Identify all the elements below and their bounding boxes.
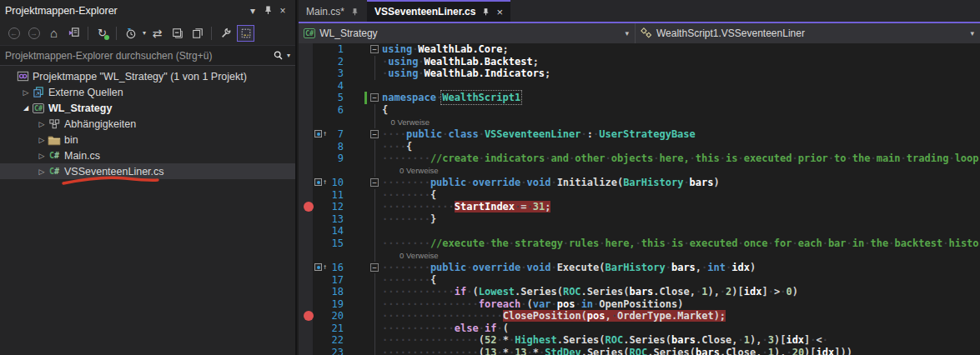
code-text[interactable]: ·using·WealthLab.Backtest; xyxy=(380,56,539,68)
search-icon[interactable] xyxy=(271,48,286,63)
tab-vsseventeenliner-cs[interactable]: VSSeventeenLiner.cs × xyxy=(367,0,510,22)
glyph-margin[interactable] xyxy=(299,104,330,117)
fold-toggle[interactable]: − xyxy=(369,262,380,274)
glyph-margin[interactable] xyxy=(299,322,330,335)
switch-views-icon[interactable] xyxy=(65,25,83,42)
code-text[interactable]: ········public·override·void·Execute(Bar… xyxy=(380,262,756,273)
code-text[interactable]: ················(52·*·Highest.Series(ROC… xyxy=(380,334,828,346)
codelens-row[interactable]: 0 Verweise xyxy=(299,164,980,177)
code-line-15[interactable]: 15········//execute·the·strategy·rules·h… xyxy=(299,238,980,250)
filter-chevron-down-icon[interactable]: ▾ xyxy=(143,29,146,37)
sync-with-active-document-icon[interactable]: ⇄ xyxy=(148,25,166,42)
collapsed-expander-icon[interactable]: ▷ xyxy=(21,88,31,97)
glyph-margin[interactable] xyxy=(299,68,330,80)
tree-item-externe-quellen[interactable]: ▷Externe Quellen xyxy=(0,84,295,100)
code-editor[interactable]: 1−using·WealthLab.Core;2·using·WealthLab… xyxy=(299,43,980,355)
tab-main-cs[interactable]: Main.cs* xyxy=(299,2,367,22)
code-text[interactable]: ············StartIndex·=·31; xyxy=(380,201,550,212)
codelens-text[interactable]: 0 Verweise xyxy=(380,118,430,127)
glyph-margin[interactable] xyxy=(299,347,330,355)
code-line-8[interactable]: 8····{ xyxy=(299,140,980,152)
code-line-16[interactable]: ↑16−········public·override·void·Execute… xyxy=(299,262,980,274)
glyph-margin[interactable] xyxy=(299,92,330,104)
code-text[interactable]: ····{ xyxy=(380,141,412,152)
glyph-margin[interactable]: ↑ xyxy=(299,128,330,141)
code-line-2[interactable]: 2·using·WealthLab.Backtest; xyxy=(299,56,980,68)
window-menu-chevron-down-icon[interactable]: ▾ xyxy=(245,3,260,18)
fold-toggle[interactable]: − xyxy=(369,43,380,56)
code-line-17[interactable]: 17········{ xyxy=(299,273,980,286)
code-text[interactable]: ········} xyxy=(380,213,436,225)
type-member-dropdown[interactable]: WealthScript1.VSSeventeenLiner ▾ xyxy=(636,23,980,43)
forward-icon[interactable]: → xyxy=(25,25,43,42)
code-text[interactable]: ········//create·indicators·and·other·ob… xyxy=(380,152,979,164)
pending-changes-filter-icon[interactable] xyxy=(122,25,139,42)
code-text[interactable]: ····················ClosePosition(pos,·O… xyxy=(380,310,726,322)
tree-item-abh-ngigkeiten[interactable]: ▷Abhängigkeiten xyxy=(0,116,295,132)
code-text[interactable]: ············if·(Lowest.Series(ROC.Series… xyxy=(380,286,798,298)
glyph-margin[interactable] xyxy=(299,116,330,128)
tree-item-bin[interactable]: ▷bin xyxy=(0,132,295,148)
code-text[interactable]: { xyxy=(380,104,388,116)
project-dropdown[interactable]: C# WL_Strategy ▾ xyxy=(299,23,636,43)
close-tab-icon[interactable]: × xyxy=(496,6,503,18)
tree-item-wl-strategy[interactable]: ◢C#WL_Strategy xyxy=(0,100,295,116)
collapsed-expander-icon[interactable]: ▷ xyxy=(37,152,47,160)
code-line-22[interactable]: 22················(52·*·Highest.Series(R… xyxy=(299,334,980,347)
code-line-1[interactable]: 1−using·WealthLab.Core; xyxy=(299,43,980,56)
code-line-9[interactable]: 9········//create·indicators·and·other·o… xyxy=(299,152,980,165)
code-text[interactable]: ············else·if·( xyxy=(380,322,509,334)
glyph-margin[interactable] xyxy=(299,334,330,347)
breakpoint-icon[interactable] xyxy=(304,311,314,321)
glyph-margin[interactable] xyxy=(299,43,330,56)
glyph-margin[interactable] xyxy=(299,273,330,286)
code-line-3[interactable]: 3·using·WealthLab.Indicators; xyxy=(299,68,980,80)
glyph-margin[interactable]: ↑ xyxy=(299,262,330,274)
code-line-21[interactable]: 21············else·if·( xyxy=(299,322,980,335)
codelens-text[interactable]: 0 Verweise xyxy=(380,251,439,260)
search-options-chevron-down-icon[interactable]: ▾ xyxy=(287,52,290,59)
fold-toggle[interactable]: − xyxy=(369,92,380,104)
home-icon[interactable]: ⌂ xyxy=(45,25,63,42)
code-line-12[interactable]: 12············StartIndex·=·31; xyxy=(299,201,980,213)
code-text[interactable]: ········//execute·the·strategy·rules·her… xyxy=(380,238,980,249)
show-all-files-icon[interactable] xyxy=(237,25,254,42)
code-line-11[interactable]: 11········{ xyxy=(299,189,980,202)
glyph-margin[interactable] xyxy=(299,140,330,152)
glyph-margin[interactable] xyxy=(299,213,330,226)
glyph-margin[interactable] xyxy=(299,310,330,322)
pin-icon[interactable] xyxy=(350,8,359,17)
glyph-margin[interactable] xyxy=(299,80,330,92)
codelens-row[interactable]: 0 Verweise xyxy=(299,249,980,262)
code-line-23[interactable]: 23················(13·*·13·*·StdDev.Seri… xyxy=(299,347,980,355)
close-icon[interactable]: × xyxy=(275,3,290,18)
code-text[interactable]: ····public·class·VSSeventeenLiner·:·User… xyxy=(380,128,696,140)
glyph-margin[interactable] xyxy=(299,225,330,238)
solution-explorer-search[interactable]: Projektmappen-Explorer durchsuchen (Strg… xyxy=(0,46,295,66)
collapsed-expander-icon[interactable]: ▷ xyxy=(37,168,47,176)
code-line-20[interactable]: 20····················ClosePosition(pos,… xyxy=(299,310,980,322)
collapse-all-icon[interactable] xyxy=(168,25,186,42)
glyph-margin[interactable] xyxy=(299,189,330,202)
tree-item-projektmappe-wl-strategy-1-von[interactable]: Projektmappe "WL_Strategy" (1 von 1 Proj… xyxy=(0,68,295,84)
pin-icon[interactable] xyxy=(260,3,275,18)
code-line-13[interactable]: 13········} xyxy=(299,213,980,226)
codelens-text[interactable]: 0 Verweise xyxy=(380,166,439,175)
back-icon[interactable]: ← xyxy=(5,25,23,42)
preview-code-file-icon[interactable] xyxy=(188,25,206,42)
fold-toggle[interactable]: − xyxy=(369,177,380,189)
refresh-icon[interactable]: ↻ xyxy=(93,25,111,42)
code-line-4[interactable]: 4 xyxy=(299,80,980,92)
glyph-margin[interactable] xyxy=(299,164,330,177)
fold-toggle[interactable]: − xyxy=(369,128,380,141)
code-line-7[interactable]: ↑7−····public·class·VSSeventeenLiner·:·U… xyxy=(299,128,980,141)
tree-item-vsseventeenliner-cs[interactable]: ▷C#VSSeventeenLiner.cs xyxy=(0,163,295,179)
glyph-margin[interactable] xyxy=(299,201,330,213)
code-text[interactable]: namespace·WealthScript1 xyxy=(380,92,520,103)
glyph-margin[interactable] xyxy=(299,249,330,262)
code-text[interactable]: using·WealthLab.Core; xyxy=(380,43,509,55)
code-text[interactable]: ·using·WealthLab.Indicators; xyxy=(380,68,550,79)
glyph-margin[interactable] xyxy=(299,56,330,68)
code-text[interactable]: ················foreach·(var·pos·in·Open… xyxy=(380,298,683,310)
glyph-margin[interactable] xyxy=(299,298,330,310)
